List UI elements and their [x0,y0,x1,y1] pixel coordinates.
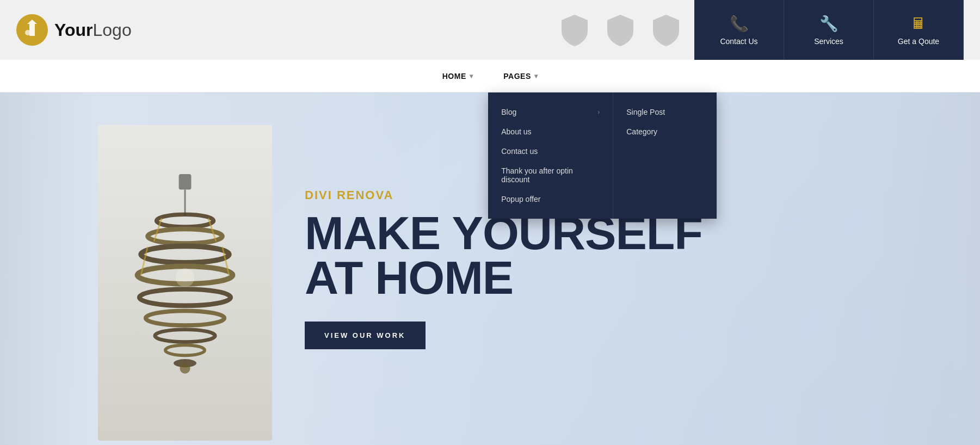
svg-point-6 [141,246,229,262]
nav-pages-link[interactable]: PAGES ▾ [488,60,553,92]
svg-point-4 [157,214,214,227]
nav-home-link[interactable]: HOME ▾ [427,60,489,92]
nav-items: HOME ▾ PAGES ▾ Blog › About us [427,60,553,92]
hero-title-line2: AT HOME [305,251,513,304]
svg-point-8 [139,289,231,305]
wrench-icon: 🔧 [819,15,839,33]
dropdown-popup-offer[interactable]: Popup offer [488,189,613,209]
chandelier-illustration [114,174,256,392]
svg-rect-2 [179,174,192,190]
blog-chevron-icon: › [597,108,600,116]
home-chevron-icon: ▾ [470,72,473,80]
pages-chevron-icon: ▾ [534,72,538,80]
shield-icon-2 [603,13,638,47]
get-quote-label: Get a Qoute [898,37,939,46]
phone-icon: 📞 [730,15,749,33]
shield-icons-group [557,13,683,47]
nav-pages: PAGES ▾ Blog › About us Contact us [488,60,553,92]
svg-point-5 [147,229,222,244]
logo-area: YourLogo [16,14,557,46]
dropdown-blog[interactable]: Blog › [488,102,613,122]
curtain-right [882,92,980,445]
calculator-icon: 🖩 [911,15,926,33]
svg-point-1 [25,30,30,35]
contact-us-button[interactable]: 📞 Contact Us [694,0,784,60]
chandelier-image [98,125,272,441]
pages-dropdown: Blog › About us Contact us Thank you aft… [488,92,717,219]
dropdown-left-column: Blog › About us Contact us Thank you aft… [488,92,613,219]
top-actions: 📞 Contact Us 🔧 Services 🖩 Get a Qoute [694,0,964,60]
dropdown-contact-us[interactable]: Contact us [488,141,613,161]
dropdown-thank-you[interactable]: Thank you after optin discount [488,161,613,189]
logo-text: YourLogo [54,20,132,40]
services-button[interactable]: 🔧 Services [784,0,874,60]
svg-point-10 [155,330,215,342]
curtain-left [0,92,98,445]
dropdown-right-column: Single Post Category [613,92,717,219]
nav-home: HOME ▾ [427,60,489,92]
svg-point-18 [176,268,194,287]
nav-bar: HOME ▾ PAGES ▾ Blog › About us [0,60,980,92]
logo-icon [16,14,48,46]
get-a-quote-button[interactable]: 🖩 Get a Qoute [874,0,964,60]
dropdown-category[interactable]: Category [613,122,717,141]
contact-us-label: Contact Us [720,37,757,46]
view-our-work-button[interactable]: VIEW OUR WORK [305,322,426,349]
dropdown-about-us[interactable]: About us [488,122,613,141]
hero-title: MAKE YOURSELF AT HOME [305,211,702,300]
svg-point-9 [146,311,225,325]
shield-icon-3 [649,13,683,47]
top-bar: YourLogo 📞 Contact Us 🔧 Services 🖩 Get a… [0,0,980,60]
shield-icon-1 [557,13,592,47]
dropdown-single-post[interactable]: Single Post [613,102,717,122]
svg-point-17 [180,363,190,374]
services-label: Services [814,37,843,46]
svg-point-11 [165,345,205,355]
